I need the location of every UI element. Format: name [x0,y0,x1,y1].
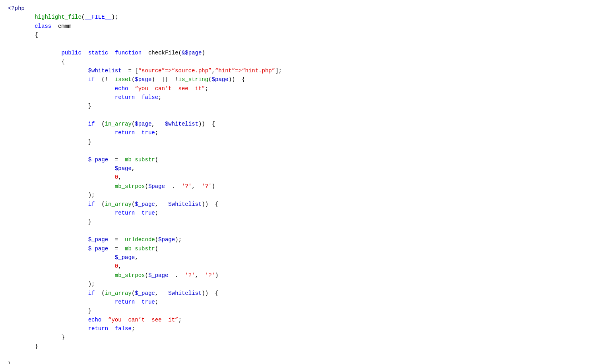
code-segment-keyword: __FILE__ [85,14,111,20]
code-line: ); [8,191,605,199]
code-segment-default: = [108,236,125,243]
code-segment-builtin: in_array [105,201,132,207]
code-segment-default [128,85,135,92]
code-segment-keyword: return [115,299,135,305]
code-segment-default [8,343,35,350]
code-segment-default [8,157,88,163]
code-segment-default: ) || ! [151,76,178,83]
code-segment-variable: $page [212,76,229,83]
code-segment-brace: } [61,334,64,341]
code-segment-operator: ! [105,76,108,83]
code-segment-keyword: return [88,325,108,332]
code-segment-variable: $_page [148,272,168,279]
code-segment-default [8,201,88,207]
code-segment-variable: $whitelist [88,68,122,74]
code-segment-keyword: echo [88,317,102,323]
code-segment-default [8,58,61,65]
code-segment-brace: { [35,32,38,38]
code-line: 0, [8,173,605,182]
code-segment-default: ; [132,325,135,332]
code-segment-public-keyword: public [61,50,81,56]
code-line: mb_strpos($page . '?', '?') [8,182,605,191]
code-segment-variable: $_page [88,246,108,252]
code-line: } [8,217,605,226]
code-segment-default [8,174,115,180]
code-segment-default [8,94,115,101]
code-line: { [8,57,605,66]
code-segment-default: ) [215,272,218,279]
code-segment-default [8,32,35,38]
code-segment-default [8,14,35,20]
code-segment-variable: $_page [88,236,108,243]
code-segment-default [8,317,88,323]
code-segment-keyword: if [88,290,95,296]
code-segment-keyword: if [88,76,95,83]
code-segment-number: 0 [115,174,118,180]
code-segment-default [8,165,115,172]
code-segment-keyword: return [115,210,135,216]
code-line: return true; [8,209,605,217]
code-segment-default: ; [155,130,158,136]
code-segment-default: ( [145,183,148,190]
code-line: highlight_file(__FILE__); [8,13,605,21]
code-segment-default: ( [155,157,158,163]
code-segment-default [101,317,108,323]
code-segment-builtin: is_string [178,76,209,83]
code-segment-builtin: highlight_file [35,14,81,20]
code-segment-variable: $_page [135,290,155,296]
code-line: return false; [8,93,605,102]
code-segment-brace: } [88,139,91,145]
code-segment-default: ); [88,281,95,287]
code-line [8,40,605,48]
code-line: $_page = mb_substr( [8,155,605,164]
code-segment-default: ); [88,192,95,198]
code-line: } [8,360,605,364]
code-segment-default [8,272,115,279]
code-segment-default [8,263,115,269]
code-segment-default: , [132,165,135,172]
code-segment-static-keyword: static [88,50,108,56]
code-line: public static function checkFile(&$page) [8,48,605,57]
code-segment-variable: $page [135,76,151,83]
code-segment-default: , [135,254,138,261]
code-segment-brace: } [35,343,38,350]
code-line: } [8,306,605,315]
code-line [8,227,605,235]
code-segment-default: . [165,183,182,190]
code-segment-default [108,325,115,332]
code-segment-default [8,85,115,92]
code-segment-default: = [108,246,125,252]
code-segment-brace: { [61,58,64,65]
code-segment-default [8,236,88,243]
code-segment-string: “you can’t see it” [108,317,178,323]
code-segment-class-keyword: class [35,23,51,29]
code-segment-default: ( [155,246,158,252]
code-line: class emmm [8,22,605,31]
code-segment-brace: } [8,361,11,364]
code-segment-variable: $_page [115,254,135,261]
code-segment-default: , [192,183,202,190]
code-segment-default: ; [155,299,158,305]
code-segment-default: , [195,272,205,279]
code-segment-default [135,210,142,216]
code-segment-default: )) { [202,201,218,207]
code-segment-default: ( [208,76,211,83]
code-line: } [8,342,605,351]
code-segment-variable: $whitelist [168,201,202,207]
code-segment-default: [ [135,68,138,74]
code-segment-default [8,219,88,225]
code-segment-default [8,334,61,341]
code-line: mb_strpos($_page . '?', '?') [8,271,605,280]
code-segment-string: “hint”=>“hint.php” [215,68,275,74]
code-segment-builtin: urldecode [125,236,155,243]
code-segment-default [81,50,88,56]
code-line: if (! isset($page) || !is_string($page))… [8,75,605,84]
code-segment-variable: $page [148,183,165,190]
code-segment-variable: $page [115,165,132,172]
code-segment-default: . [168,272,185,279]
code-segment-brace: } [88,103,91,109]
code-line: return false; [8,324,605,333]
code-line: echo “you can’t see it”; [8,84,605,93]
code-line: <?php [8,4,605,13]
code-line: } [8,102,605,110]
